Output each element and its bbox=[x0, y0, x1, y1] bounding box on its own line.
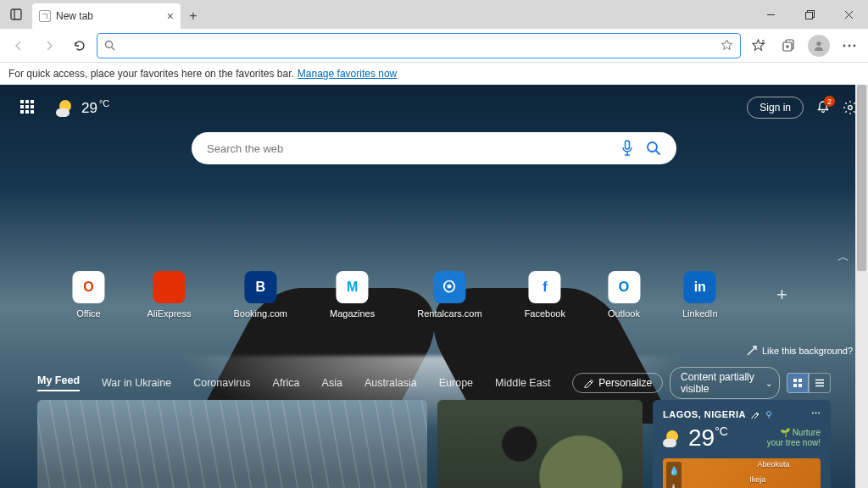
feed-nav-item[interactable]: War in Ukraine bbox=[102, 377, 171, 389]
svg-point-20 bbox=[648, 142, 657, 152]
sign-in-button[interactable]: Sign in bbox=[747, 97, 804, 119]
tile-icon: in bbox=[684, 271, 716, 303]
tile-icon: ⦿ bbox=[433, 271, 465, 303]
weather-unit: °C bbox=[99, 98, 109, 108]
collapse-chevron-icon[interactable]: ︿ bbox=[837, 250, 849, 265]
weather-location: LAGOS, NIGERIA bbox=[663, 409, 746, 419]
quick-link-tile[interactable]: AliExpress bbox=[147, 271, 191, 319]
svg-point-15 bbox=[843, 44, 846, 47]
feed-nav-item[interactable]: Europe bbox=[439, 377, 473, 389]
list-view-button[interactable] bbox=[809, 373, 831, 393]
menu-button[interactable] bbox=[836, 32, 863, 59]
favbar-text: For quick access, place your favorites h… bbox=[8, 68, 294, 80]
nurture-tree-link[interactable]: 🌱 Nurture your tree now! bbox=[761, 428, 821, 448]
tab-actions-button[interactable] bbox=[0, 0, 32, 29]
manage-favorites-link[interactable]: Manage favorites now bbox=[298, 68, 397, 80]
like-background-link[interactable]: Like this background? bbox=[747, 346, 853, 356]
svg-point-17 bbox=[854, 44, 856, 47]
content-visibility-dropdown[interactable]: Content partially visible ⌄ bbox=[670, 367, 780, 399]
close-window-button[interactable] bbox=[829, 0, 868, 29]
location-pin-icon[interactable] bbox=[765, 410, 773, 419]
grid-view-button[interactable] bbox=[787, 373, 809, 393]
new-tab-button[interactable]: + bbox=[181, 3, 206, 29]
toolbar bbox=[0, 29, 868, 63]
weather-icon bbox=[56, 98, 75, 117]
address-bar[interactable] bbox=[97, 33, 741, 58]
edit-location-icon[interactable] bbox=[751, 410, 760, 419]
feed-nav-item[interactable]: Africa bbox=[273, 377, 300, 389]
minimize-button[interactable] bbox=[751, 0, 790, 29]
card-more-icon[interactable]: ⋯ bbox=[811, 408, 821, 419]
add-tile-button[interactable]: + bbox=[769, 281, 796, 308]
svg-rect-19 bbox=[626, 141, 630, 149]
window-controls bbox=[751, 0, 868, 29]
back-button[interactable] bbox=[5, 32, 32, 59]
svg-point-18 bbox=[849, 106, 853, 110]
svg-point-7 bbox=[106, 42, 113, 48]
voice-search-icon[interactable] bbox=[620, 140, 634, 157]
personalize-button[interactable]: Personalize bbox=[572, 373, 663, 393]
weather-temp: 29 bbox=[81, 100, 97, 116]
quick-link-tile[interactable]: OOutlook bbox=[608, 271, 640, 319]
svg-point-16 bbox=[849, 44, 851, 47]
tab-close-button[interactable]: × bbox=[167, 9, 174, 23]
web-search-input[interactable] bbox=[207, 142, 620, 155]
refresh-button[interactable] bbox=[66, 32, 93, 59]
notifications-button[interactable]: 2 bbox=[815, 100, 831, 115]
weather-map[interactable]: 💧🌡 Abeokuta Ikeja orto-Novo bbox=[663, 458, 821, 488]
svg-rect-4 bbox=[805, 12, 812, 19]
precipitation-icon: 💧 bbox=[669, 466, 679, 475]
news-card[interactable] bbox=[37, 400, 427, 488]
news-card[interactable] bbox=[437, 400, 643, 488]
search-submit-icon[interactable] bbox=[646, 141, 661, 156]
feed-cards: LAGOS, NIGERIA ⋯ 29°C 🌱 Nurture your tre… bbox=[37, 400, 831, 488]
scrollbar-thumb[interactable] bbox=[857, 85, 866, 271]
svg-rect-24 bbox=[793, 384, 797, 387]
chevron-down-icon: ⌄ bbox=[765, 379, 772, 388]
tile-icon: O bbox=[608, 271, 640, 303]
tile-label: Facebook bbox=[525, 308, 565, 319]
quick-link-tile[interactable]: fFacebook bbox=[525, 271, 565, 319]
svg-point-29 bbox=[767, 411, 771, 415]
tile-label: LinkedIn bbox=[682, 308, 718, 319]
svg-rect-25 bbox=[798, 384, 802, 387]
tile-icon: O bbox=[72, 271, 104, 303]
weather-summary[interactable]: 29°C bbox=[56, 98, 109, 117]
tile-icon: M bbox=[337, 271, 369, 303]
tile-label: Rentalcars.com bbox=[417, 308, 481, 319]
tile-icon: B bbox=[244, 271, 276, 303]
quick-link-tile[interactable]: BBooking.com bbox=[233, 271, 287, 319]
quick-link-tile[interactable]: OOffice bbox=[72, 271, 104, 319]
tile-label: Booking.com bbox=[233, 308, 287, 319]
quick-link-tile[interactable]: inLinkedIn bbox=[682, 271, 718, 319]
address-input[interactable] bbox=[122, 39, 714, 52]
quick-link-tile[interactable]: MMagazines bbox=[330, 271, 375, 319]
browser-tab[interactable]: New tab × bbox=[32, 3, 181, 29]
web-search-bar[interactable] bbox=[192, 132, 676, 164]
maximize-button[interactable] bbox=[790, 0, 829, 29]
tile-label: Office bbox=[76, 308, 101, 319]
tile-icon bbox=[153, 271, 185, 303]
profile-button[interactable] bbox=[805, 32, 832, 59]
favorites-bar: For quick access, place your favorites h… bbox=[0, 63, 868, 85]
feed-nav-item[interactable]: Australasia bbox=[364, 377, 417, 389]
vertical-scrollbar[interactable] bbox=[855, 85, 868, 488]
app-launcher-icon[interactable] bbox=[20, 100, 36, 115]
quick-link-tile[interactable]: ⦿Rentalcars.com bbox=[417, 271, 481, 319]
svg-line-8 bbox=[112, 47, 115, 51]
weather-card[interactable]: LAGOS, NIGERIA ⋯ 29°C 🌱 Nurture your tre… bbox=[653, 400, 831, 488]
favorites-button[interactable] bbox=[744, 32, 771, 59]
new-tab-content: 29°C Sign in 2 OOfficeAliExpressBBooking… bbox=[0, 85, 868, 488]
tile-icon: f bbox=[529, 271, 561, 303]
feed-nav-item[interactable]: My Feed bbox=[37, 374, 80, 391]
forward-button[interactable] bbox=[36, 32, 63, 59]
svg-rect-0 bbox=[11, 9, 21, 19]
tile-label: Outlook bbox=[608, 308, 640, 319]
feed-nav-item[interactable]: Asia bbox=[322, 377, 342, 389]
feed-nav-item[interactable]: Coronavirus bbox=[193, 377, 250, 389]
tab-title: New tab bbox=[56, 10, 93, 22]
collections-button[interactable] bbox=[775, 32, 802, 59]
feed-nav-item[interactable]: Middle East bbox=[495, 377, 550, 389]
title-bar: New tab × + bbox=[0, 0, 868, 29]
favorite-star-icon[interactable] bbox=[721, 39, 733, 52]
